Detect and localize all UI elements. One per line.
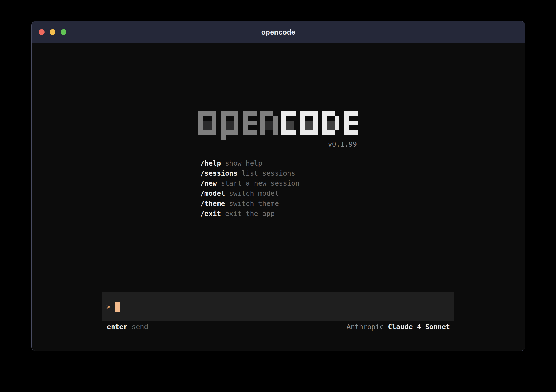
version-label: v0.1.99: [198, 140, 358, 149]
command-row: /help show help: [200, 158, 358, 169]
keybind-hint: enter send: [107, 323, 148, 331]
command-description: exit the app: [225, 209, 275, 219]
app-window: opencode: [31, 21, 525, 351]
hero-block: v0.1.99 /help show help /sessions list s…: [198, 111, 358, 219]
command-name: /theme: [200, 199, 225, 209]
close-button[interactable]: [39, 29, 45, 35]
command-name: /sessions: [200, 169, 237, 179]
model-name-label: Claude 4 Sonnet: [388, 323, 450, 331]
command-name: /help: [200, 158, 221, 169]
command-name: /new: [200, 178, 217, 189]
command-name: /model: [200, 189, 225, 199]
text-cursor: [115, 302, 120, 312]
command-row: /new start a new session: [200, 178, 358, 189]
window-titlebar[interactable]: opencode: [32, 21, 525, 43]
command-description: show help: [225, 158, 262, 169]
command-description: list sessions: [241, 169, 295, 179]
command-row: /model switch model: [200, 189, 358, 199]
key-label: enter: [107, 323, 127, 331]
command-description: start a new session: [221, 178, 299, 189]
command-description: switch model: [229, 189, 279, 199]
command-row: /exit exit the app: [200, 209, 358, 219]
minimize-button[interactable]: [50, 29, 55, 35]
terminal-content: v0.1.99 /help show help /sessions list s…: [32, 43, 525, 351]
logo-code-counter-shadows: [286, 121, 335, 130]
command-description: switch theme: [229, 199, 279, 209]
key-action-label: send: [132, 323, 148, 331]
prompt-input[interactable]: >: [102, 292, 454, 321]
opencode-logo: [198, 111, 358, 140]
status-bar: enter send Anthropic Claude 4 Sonnet: [102, 323, 454, 331]
zoom-button[interactable]: [61, 29, 66, 35]
command-row: /sessions list sessions: [200, 169, 358, 179]
model-indicator: Anthropic Claude 4 Sonnet: [347, 323, 450, 331]
traffic-lights: [39, 29, 66, 35]
provider-label: Anthropic: [347, 323, 384, 331]
command-name: /exit: [200, 209, 221, 219]
window-title: opencode: [261, 28, 295, 37]
command-row: /theme switch theme: [200, 199, 358, 209]
command-list: /help show help /sessions list sessions …: [200, 158, 358, 219]
prompt-symbol: >: [106, 303, 111, 311]
